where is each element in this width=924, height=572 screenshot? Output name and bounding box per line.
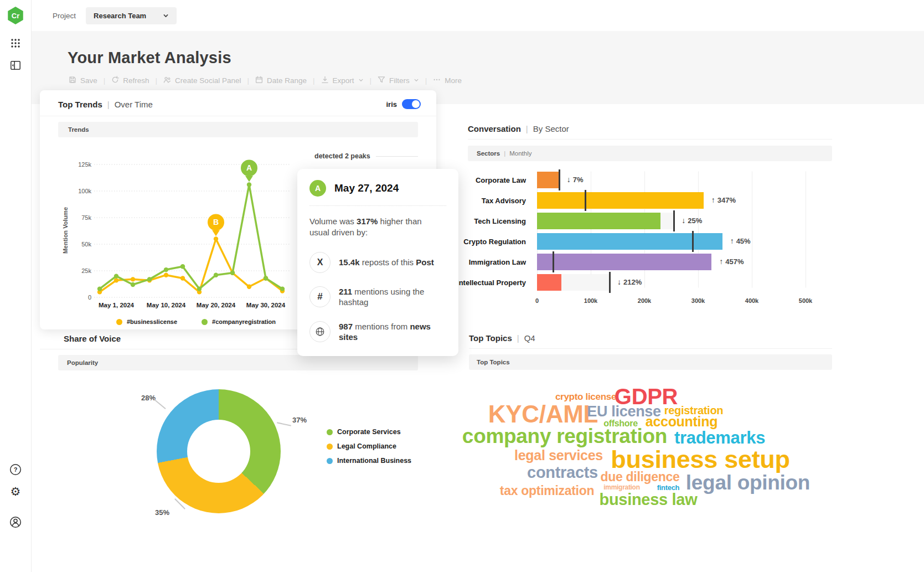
donut-hole [187, 420, 250, 483]
benchmark-marker [559, 169, 560, 190]
topic-word-contracts[interactable]: contracts [527, 465, 598, 481]
more-icon [433, 76, 441, 85]
peak-summary: Volume was 317% higher than usual driven… [309, 216, 442, 239]
peak-b-marker[interactable]: B [208, 214, 224, 236]
app-logo[interactable]: Cr [7, 7, 24, 24]
toolbar-label: Save [80, 76, 97, 85]
toolbar-date-range-button[interactable]: Date Range [255, 76, 307, 85]
delta-percent: 7% [573, 176, 584, 184]
sector-row-immigration-law: Immigration Law↑457% [432, 254, 832, 270]
delta-value: ↑457% [719, 257, 744, 266]
topic-word-legal-opinion[interactable]: legal opinion [686, 472, 810, 493]
benchmark-marker [553, 251, 554, 272]
topic-word-legal-services[interactable]: legal services [514, 449, 603, 462]
svg-text:May 30, 2024: May 30, 2024 [246, 302, 286, 308]
bar-fill [537, 274, 561, 291]
arrow-down-icon: ↓ [682, 216, 685, 225]
sector-row-tech-licensing: Tech Licensing↓25% [432, 213, 832, 229]
topic-word-tax-optimization[interactable]: tax optimization [500, 485, 594, 497]
panel-toggle-icon[interactable] [0, 55, 31, 75]
top-topics-title: Top Topics [469, 333, 512, 343]
svg-text:25k: 25k [81, 267, 91, 274]
tooltip-stat-row[interactable]: X15.4k reposts of this Post [309, 252, 446, 273]
toolbar-label: Date Range [267, 76, 307, 85]
sector-row-tax-advisory: Tax Advisory↑347% [432, 192, 832, 209]
sectors-period: Monthly [500, 150, 531, 157]
settings-icon[interactable]: ⚙ [0, 482, 31, 502]
legend-item-legal-compliance: Legal Compliance [327, 442, 411, 450]
toolbar-more-button[interactable]: More [433, 76, 462, 85]
y-axis-label: Mention Volume [62, 186, 69, 275]
hashtag-icon: # [309, 286, 331, 307]
peak-a-marker[interactable]: A [241, 159, 257, 182]
legend-dot [116, 319, 122, 325]
sector-bar: ↑347% [537, 192, 806, 209]
toolbar-create-social-panel-button[interactable]: Create Social Panel [163, 76, 241, 85]
sector-bar-chart: Corporate Law↓7%Tax Advisory↑347%Tech Li… [432, 172, 832, 308]
x-axis-tick: 500k [799, 297, 812, 304]
svg-text:50k: 50k [81, 241, 91, 248]
topic-word-due-diligence[interactable]: due diligence [600, 471, 679, 483]
peak-tooltip: A May 27, 2024 Volume was 317% higher th… [297, 169, 458, 356]
delta-value: ↓212% [617, 277, 642, 286]
donut-legend: Corporate ServicesLegal ComplianceIntern… [327, 428, 411, 465]
sectors-label: Sectors [477, 150, 500, 157]
delta-value: ↓25% [682, 216, 702, 225]
profile-icon[interactable] [0, 512, 31, 532]
arrow-down-icon: ↓ [567, 175, 571, 184]
delta-percent: 347% [717, 196, 736, 204]
project-dropdown[interactable]: Research Team [86, 7, 177, 24]
toggle-knob [412, 100, 420, 108]
toolbar-save-button[interactable]: Save [69, 76, 97, 85]
iris-toggle[interactable] [402, 99, 421, 109]
svg-text:0: 0 [88, 294, 91, 301]
bar-fill [537, 172, 559, 188]
topic-word-immigration[interactable]: immigration [603, 484, 639, 491]
leader-line [154, 399, 166, 409]
topic-word-business-setup[interactable]: business setup [611, 447, 789, 472]
topic-word-trademarks[interactable]: trademarks [674, 429, 765, 446]
apps-grid-icon[interactable] [0, 33, 31, 53]
legend-dot [327, 429, 333, 435]
peak-date: May 27, 2024 [334, 182, 399, 194]
bar-fill [537, 254, 711, 270]
filters-icon [378, 76, 385, 85]
topic-word-crypto-license[interactable]: crypto license [555, 392, 616, 401]
peak-a-badge: A [309, 180, 326, 197]
tooltip-stat-row[interactable]: 987 mentions from news sites [309, 321, 446, 343]
toolbar-divider: | [247, 76, 249, 85]
x-axis-tick: 400k [745, 297, 758, 304]
date-range-icon [255, 76, 263, 85]
legend-label: Legal Compliance [337, 442, 396, 450]
legend-label: Corporate Services [337, 428, 401, 436]
topic-word-cloud: crypto licenseGDPRKYC/AMLEU licenseregis… [460, 365, 838, 532]
top-topics-section-label: Top Topics [477, 359, 510, 365]
x-axis-tick: 0 [535, 297, 539, 304]
help-icon[interactable]: ? [0, 460, 31, 480]
arrow-up-icon: ↑ [719, 257, 723, 266]
topic-word-business-law[interactable]: business law [600, 492, 698, 508]
iris-toggle-label: iris [386, 100, 397, 109]
svg-text:?: ? [14, 466, 18, 473]
legend-dot [327, 444, 333, 450]
toolbar-export-button[interactable]: Export [321, 76, 364, 85]
topic-word-kyc-aml[interactable]: KYC/AML [488, 402, 598, 426]
chevron-down-icon [358, 76, 364, 85]
refresh-icon [111, 76, 119, 85]
legend-item-international-business: International Business [327, 457, 411, 465]
tooltip-stat-row[interactable]: #211 mentions using the hashtag [309, 286, 446, 308]
sector-row-corporate-law: Corporate Law↓7% [432, 172, 832, 188]
svg-text:B: B [213, 218, 219, 226]
social-panel-icon [163, 76, 171, 85]
export-icon [321, 76, 329, 85]
toolbar-filters-button[interactable]: Filters [378, 76, 419, 85]
project-name: Research Team [94, 12, 146, 20]
toolbar-label: Create Social Panel [175, 76, 241, 85]
toolbar-label: More [445, 76, 462, 85]
topic-word-company-registration[interactable]: company registration [462, 426, 667, 446]
toolbar-refresh-button[interactable]: Refresh [111, 76, 149, 85]
legend-dot [202, 319, 208, 325]
x-logo-icon: X [309, 252, 331, 273]
delta-percent: 45% [736, 237, 751, 245]
slice-percent-international-business: 28% [141, 394, 156, 402]
